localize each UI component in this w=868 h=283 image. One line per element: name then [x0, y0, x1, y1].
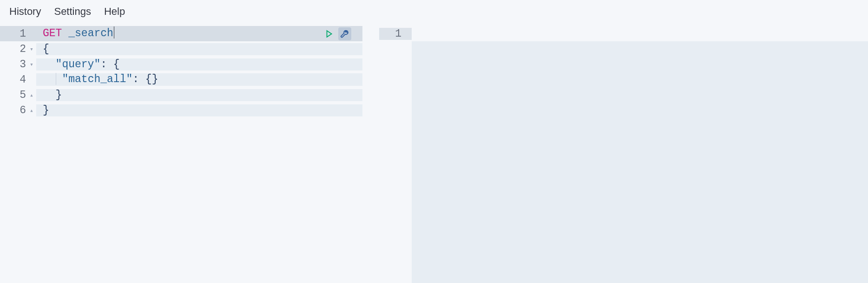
wrench-icon[interactable]	[338, 27, 351, 40]
menu-help[interactable]: Help	[104, 6, 125, 18]
line-number: 6	[6, 104, 27, 116]
fold-toggle-icon[interactable]: ▾	[27, 45, 36, 53]
editor-line[interactable]: 5▴ }	[0, 87, 362, 103]
menu-history[interactable]: History	[9, 6, 41, 18]
code-content[interactable]: }	[36, 89, 362, 101]
code-content[interactable]: {	[36, 43, 362, 55]
menu-bar: History Settings Help	[0, 0, 868, 26]
code-content[interactable]: GET _search	[36, 27, 362, 39]
editor-line[interactable]: 6▴}	[0, 103, 362, 118]
editor-line[interactable]: 2▾{	[0, 41, 362, 57]
line-number: 3	[6, 58, 27, 71]
line-number: 1	[6, 28, 27, 40]
code-content[interactable]: }	[36, 104, 362, 116]
play-icon[interactable]	[322, 27, 335, 40]
line-number: 2	[6, 43, 27, 55]
request-editor[interactable]: 1GET _search2▾{3▾ "query": {4 "match_all…	[0, 26, 362, 283]
line-number: 1	[379, 28, 402, 40]
gutter: 1	[379, 28, 412, 40]
editor-line[interactable]: 4 "match_all": {}	[0, 72, 362, 87]
code-content[interactable]: "match_all": {}	[36, 73, 362, 85]
request-editor-panel[interactable]: 1GET _search2▾{3▾ "query": {4 "match_all…	[0, 26, 362, 283]
editor-line[interactable]: 1GET _search	[0, 26, 362, 41]
gutter: 5▴	[0, 89, 36, 101]
editor-empty-area[interactable]	[0, 118, 362, 283]
gutter: 6▴	[0, 104, 36, 116]
gutter: 1	[0, 28, 36, 40]
fold-toggle-icon[interactable]: ▾	[27, 61, 36, 68]
editor-line[interactable]: 3▾ "query": {	[0, 57, 362, 72]
output-line: 1	[379, 26, 868, 41]
request-actions	[322, 26, 351, 41]
line-number: 5	[6, 89, 27, 101]
response-viewer: 1	[379, 26, 868, 283]
gutter: 2▾	[0, 43, 36, 55]
fold-toggle-icon[interactable]: ▴	[27, 107, 36, 114]
response-panel[interactable]: 1	[379, 26, 868, 283]
text-cursor	[114, 26, 115, 39]
gutter: 4	[0, 74, 36, 86]
gutter: 3▾	[0, 58, 36, 71]
fold-toggle-icon[interactable]: ▴	[27, 91, 36, 99]
output-empty-area	[379, 41, 868, 283]
menu-settings[interactable]: Settings	[54, 6, 91, 18]
line-number: 4	[6, 74, 27, 86]
code-content[interactable]: "query": {	[36, 58, 362, 71]
editor-container: 1GET _search2▾{3▾ "query": {4 "match_all…	[0, 26, 868, 283]
